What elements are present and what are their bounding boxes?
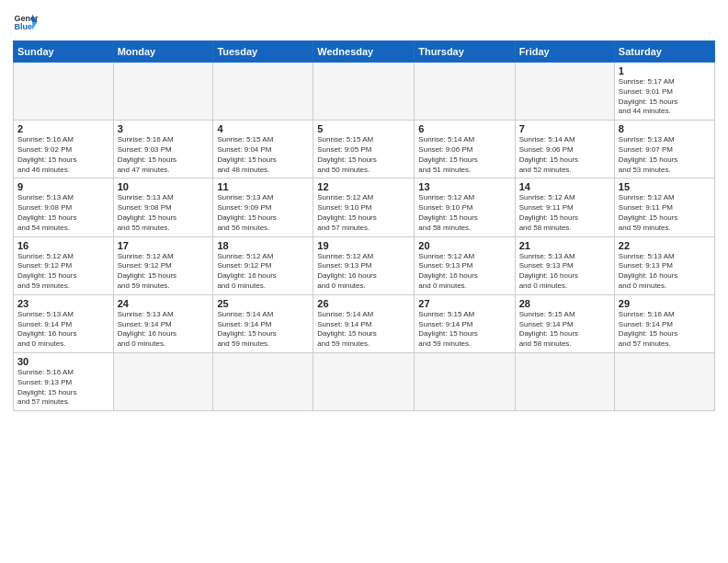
calendar-week-row: 30Sunrise: 5:16 AM Sunset: 9:13 PM Dayli… [14,352,715,410]
day-number: 11 [217,181,309,192]
calendar-cell: 24Sunrise: 5:13 AM Sunset: 9:14 PM Dayli… [113,294,213,352]
calendar-cell [113,63,213,121]
calendar-cell: 14Sunrise: 5:12 AM Sunset: 9:11 PM Dayli… [515,178,614,236]
day-info: Sunrise: 5:16 AM Sunset: 9:03 PM Dayligh… [118,135,210,175]
calendar-cell: 2Sunrise: 5:16 AM Sunset: 9:02 PM Daylig… [14,121,114,178]
calendar-cell: 20Sunrise: 5:12 AM Sunset: 9:13 PM Dayli… [415,236,515,294]
day-number: 9 [17,181,109,192]
day-number: 16 [17,240,109,251]
calendar-week-row: 9Sunrise: 5:13 AM Sunset: 9:08 PM Daylig… [14,178,715,236]
day-info: Sunrise: 5:14 AM Sunset: 9:14 PM Dayligh… [217,310,309,350]
weekday-header-tuesday: Tuesday [213,41,313,63]
calendar-week-row: 1Sunrise: 5:17 AM Sunset: 9:01 PM Daylig… [14,63,715,121]
day-number: 14 [519,181,610,192]
day-info: Sunrise: 5:13 AM Sunset: 9:09 PM Dayligh… [217,193,309,233]
calendar-cell [313,352,415,410]
calendar-table: SundayMondayTuesdayWednesdayThursdayFrid… [13,40,715,411]
calendar-header-row: SundayMondayTuesdayWednesdayThursdayFrid… [14,41,715,63]
day-number: 15 [619,181,711,192]
day-info: Sunrise: 5:16 AM Sunset: 9:13 PM Dayligh… [17,368,109,408]
weekday-header-thursday: Thursday [415,41,515,63]
day-number: 2 [17,123,109,134]
calendar-cell: 17Sunrise: 5:12 AM Sunset: 9:12 PM Dayli… [113,236,213,294]
day-number: 7 [519,123,610,134]
day-info: Sunrise: 5:14 AM Sunset: 9:06 PM Dayligh… [418,135,510,175]
weekday-header-wednesday: Wednesday [313,41,415,63]
day-number: 12 [317,181,410,192]
day-number: 4 [217,123,309,134]
calendar-week-row: 23Sunrise: 5:13 AM Sunset: 9:14 PM Dayli… [14,294,715,352]
day-number: 8 [619,123,711,134]
calendar-cell [515,63,614,121]
day-info: Sunrise: 5:12 AM Sunset: 9:10 PM Dayligh… [317,193,410,233]
calendar-cell: 15Sunrise: 5:12 AM Sunset: 9:11 PM Dayli… [614,178,714,236]
calendar-cell: 21Sunrise: 5:13 AM Sunset: 9:13 PM Dayli… [515,236,614,294]
generalblue-logo-icon: General Blue [13,9,39,35]
day-number: 22 [619,240,711,251]
day-info: Sunrise: 5:12 AM Sunset: 9:10 PM Dayligh… [418,193,510,233]
calendar-cell: 12Sunrise: 5:12 AM Sunset: 9:10 PM Dayli… [313,178,415,236]
svg-text:Blue: Blue [14,22,32,31]
day-info: Sunrise: 5:12 AM Sunset: 9:13 PM Dayligh… [418,252,510,292]
calendar-cell: 19Sunrise: 5:12 AM Sunset: 9:13 PM Dayli… [313,236,415,294]
day-number: 26 [317,298,410,309]
svg-marker-3 [32,22,38,29]
calendar-cell: 4Sunrise: 5:15 AM Sunset: 9:04 PM Daylig… [213,121,313,178]
calendar-cell: 5Sunrise: 5:15 AM Sunset: 9:05 PM Daylig… [313,121,415,178]
weekday-header-sunday: Sunday [14,41,114,63]
day-info: Sunrise: 5:12 AM Sunset: 9:13 PM Dayligh… [317,252,410,292]
calendar-cell: 16Sunrise: 5:12 AM Sunset: 9:12 PM Dayli… [14,236,114,294]
day-number: 17 [118,240,210,251]
calendar-cell: 26Sunrise: 5:14 AM Sunset: 9:14 PM Dayli… [313,294,415,352]
calendar-cell: 3Sunrise: 5:16 AM Sunset: 9:03 PM Daylig… [113,121,213,178]
weekday-header-saturday: Saturday [614,41,714,63]
day-info: Sunrise: 5:15 AM Sunset: 9:14 PM Dayligh… [418,310,510,350]
day-number: 28 [519,298,610,309]
day-info: Sunrise: 5:14 AM Sunset: 9:06 PM Dayligh… [519,135,610,175]
calendar-cell: 30Sunrise: 5:16 AM Sunset: 9:13 PM Dayli… [14,352,114,410]
header: General Blue [13,9,715,35]
calendar-cell [313,63,415,121]
day-number: 29 [619,298,711,309]
day-info: Sunrise: 5:13 AM Sunset: 9:08 PM Dayligh… [17,193,109,233]
day-info: Sunrise: 5:13 AM Sunset: 9:14 PM Dayligh… [17,310,109,350]
calendar-cell [415,63,515,121]
calendar-cell: 25Sunrise: 5:14 AM Sunset: 9:14 PM Dayli… [213,294,313,352]
calendar-cell: 9Sunrise: 5:13 AM Sunset: 9:08 PM Daylig… [14,178,114,236]
calendar-cell: 29Sunrise: 5:16 AM Sunset: 9:14 PM Dayli… [614,294,714,352]
calendar-cell: 28Sunrise: 5:15 AM Sunset: 9:14 PM Dayli… [515,294,614,352]
day-info: Sunrise: 5:12 AM Sunset: 9:12 PM Dayligh… [17,252,109,292]
calendar-cell: 6Sunrise: 5:14 AM Sunset: 9:06 PM Daylig… [415,121,515,178]
day-info: Sunrise: 5:15 AM Sunset: 9:14 PM Dayligh… [519,310,610,350]
day-number: 24 [118,298,210,309]
calendar-cell [614,352,714,410]
calendar-cell [213,63,313,121]
calendar-cell [415,352,515,410]
day-info: Sunrise: 5:15 AM Sunset: 9:05 PM Dayligh… [317,135,410,175]
calendar-cell: 13Sunrise: 5:12 AM Sunset: 9:10 PM Dayli… [415,178,515,236]
calendar-cell: 18Sunrise: 5:12 AM Sunset: 9:12 PM Dayli… [213,236,313,294]
day-info: Sunrise: 5:12 AM Sunset: 9:12 PM Dayligh… [217,252,309,292]
calendar-cell [515,352,614,410]
calendar-cell [213,352,313,410]
calendar-week-row: 16Sunrise: 5:12 AM Sunset: 9:12 PM Dayli… [14,236,715,294]
day-info: Sunrise: 5:12 AM Sunset: 9:11 PM Dayligh… [519,193,610,233]
calendar-cell: 1Sunrise: 5:17 AM Sunset: 9:01 PM Daylig… [614,63,714,121]
weekday-header-friday: Friday [515,41,614,63]
day-number: 18 [217,240,309,251]
calendar-cell: 27Sunrise: 5:15 AM Sunset: 9:14 PM Dayli… [415,294,515,352]
day-number: 3 [118,123,210,134]
weekday-header-monday: Monday [113,41,213,63]
day-info: Sunrise: 5:17 AM Sunset: 9:01 PM Dayligh… [619,77,711,117]
day-number: 20 [418,240,510,251]
day-info: Sunrise: 5:13 AM Sunset: 9:07 PM Dayligh… [619,135,711,175]
calendar-cell: 8Sunrise: 5:13 AM Sunset: 9:07 PM Daylig… [614,121,714,178]
calendar-cell: 11Sunrise: 5:13 AM Sunset: 9:09 PM Dayli… [213,178,313,236]
day-info: Sunrise: 5:13 AM Sunset: 9:13 PM Dayligh… [619,252,711,292]
calendar-cell: 22Sunrise: 5:13 AM Sunset: 9:13 PM Dayli… [614,236,714,294]
day-number: 19 [317,240,410,251]
calendar-cell: 23Sunrise: 5:13 AM Sunset: 9:14 PM Dayli… [14,294,114,352]
logo: General Blue [13,9,39,35]
day-info: Sunrise: 5:13 AM Sunset: 9:14 PM Dayligh… [118,310,210,350]
day-number: 25 [217,298,309,309]
